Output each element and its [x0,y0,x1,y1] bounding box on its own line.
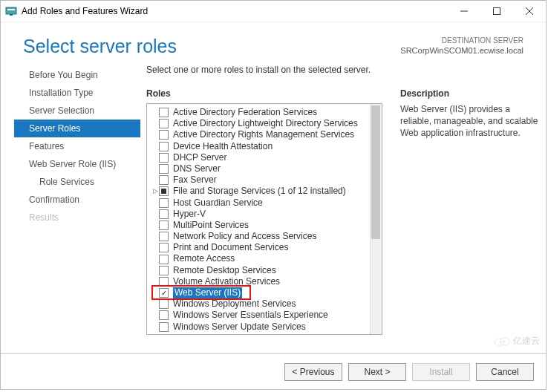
role-row[interactable]: Hyper-V [151,209,370,220]
sidebar-item-server-selection[interactable]: Server Selection [14,102,140,120]
role-checkbox[interactable] [159,266,169,275]
sidebar-item-before-you-begin[interactable]: Before You Begin [14,66,140,84]
role-row[interactable]: Active Directory Rights Management Servi… [151,129,370,140]
role-checkbox[interactable] [159,130,169,140]
watermark-text: 亿速云 [513,335,540,347]
role-row[interactable]: Windows Server Essentials Experience [151,310,370,321]
role-label: Active Directory Federation Services [173,107,317,118]
sidebar-item-installation-type[interactable]: Installation Type [14,84,140,102]
role-row[interactable]: Remote Desktop Services [151,265,370,276]
wizard-footer: < Previous Next > Install Cancel [1,353,546,389]
role-row[interactable]: MultiPoint Services [151,220,370,231]
role-label: DNS Server [173,163,221,174]
roles-scrollbar[interactable] [370,104,382,334]
sidebar-item-features[interactable]: Features [14,137,140,155]
role-label: Print and Document Services [173,242,288,253]
role-checkbox[interactable] [159,255,169,264]
role-checkbox[interactable] [159,108,169,117]
role-checkbox[interactable] [159,299,169,309]
svg-point-7 [495,339,503,346]
roles-label: Roles [146,88,382,99]
role-label: DHCP Server [173,152,226,163]
previous-button[interactable]: < Previous [284,363,342,381]
role-label: File and Storage Services (1 of 12 insta… [173,186,346,197]
role-checkbox[interactable] [159,175,169,185]
next-button[interactable]: Next > [348,363,406,381]
role-label: MultiPoint Services [173,220,249,231]
description-text: Web Server (IIS) provides a reliable, ma… [400,103,538,140]
role-row[interactable]: Web Server (IIS) [151,287,370,298]
titlebar: Add Roles and Features Wizard [1,1,546,22]
page-title: Select server roles [23,36,400,57]
role-label: Active Directory Rights Management Servi… [173,129,354,140]
server-manager-icon [5,5,17,17]
role-checkbox[interactable] [159,232,169,241]
sidebar-item-results: Results [14,209,140,226]
header: Select server roles DESTINATION SERVER S… [1,22,546,65]
minimize-button[interactable] [448,1,480,22]
role-row[interactable]: Device Health Attestation [151,141,370,152]
role-row[interactable]: DNS Server [151,163,370,174]
install-button: Install [412,363,470,381]
role-checkbox[interactable] [159,310,169,320]
svg-rect-1 [7,9,15,10]
cancel-button[interactable]: Cancel [476,363,534,381]
roles-scroll-thumb[interactable] [371,105,380,239]
role-row[interactable]: DHCP Server [151,152,370,163]
role-checkbox[interactable] [159,153,169,163]
role-checkbox[interactable] [159,243,169,252]
svg-rect-4 [494,8,500,15]
role-row[interactable]: Windows Server Update Services [151,321,370,333]
role-label: Host Guardian Service [173,197,263,209]
role-label: Hyper-V [173,209,206,220]
instruction-text: Select one or more roles to install on t… [146,65,538,75]
close-button[interactable] [513,1,546,22]
sidebar-item-server-roles[interactable]: Server Roles [14,120,140,137]
role-checkbox[interactable] [159,119,169,128]
role-checkbox[interactable] [159,198,169,208]
role-label: Remote Access [173,253,235,264]
role-row[interactable]: Volume Activation Services [151,276,370,287]
role-row[interactable]: Active Directory Federation Services [151,107,370,118]
role-label: Device Health Attestation [173,141,273,152]
svg-rect-2 [10,14,13,16]
expand-caret-icon[interactable]: ▷ [151,186,159,197]
role-row[interactable]: Host Guardian Service [151,197,370,209]
sidebar-item-role-services[interactable]: Role Services [14,173,140,191]
role-label: Windows Server Essentials Experience [173,310,328,321]
role-row[interactable]: Fax Server [151,174,370,186]
window-title: Add Roles and Features Wizard [22,6,448,16]
roles-listbox[interactable]: Active Directory Federation ServicesActi… [146,103,382,335]
role-label: Windows Deployment Services [173,298,296,310]
role-row[interactable]: ▷File and Storage Services (1 of 12 inst… [151,186,370,197]
role-checkbox[interactable] [159,322,169,332]
role-label: Active Directory Lightweight Directory S… [173,118,358,129]
role-row[interactable]: Remote Access [151,253,370,264]
content-area: Before You Begin Installation Type Serve… [1,65,546,335]
role-label: Fax Server [173,174,217,186]
sidebar-item-confirmation[interactable]: Confirmation [14,191,140,209]
role-checkbox[interactable] [159,209,169,219]
role-checkbox[interactable] [159,288,169,298]
role-checkbox[interactable] [159,277,169,287]
role-row[interactable]: Windows Deployment Services [151,298,370,310]
role-label: Volume Activation Services [173,276,280,287]
window-controls [448,1,546,22]
role-label: Remote Desktop Services [173,265,276,276]
role-label: Network Policy and Access Services [173,231,316,242]
wizard-window: Add Roles and Features Wizard Select ser… [0,0,547,390]
main-panel: Select one or more roles to install on t… [140,65,538,335]
role-row[interactable]: Network Policy and Access Services [151,231,370,242]
role-checkbox[interactable] [159,220,169,230]
destination-label: DESTINATION SERVER [400,36,523,45]
sidebar-item-web-server-role[interactable]: Web Server Role (IIS) [14,155,140,173]
role-row[interactable]: Active Directory Lightweight Directory S… [151,118,370,129]
role-label: Windows Server Update Services [173,321,306,333]
role-checkbox[interactable] [159,186,169,196]
role-checkbox[interactable] [159,142,169,151]
watermark: 亿速云 [494,335,540,347]
role-row[interactable]: Print and Document Services [151,242,370,253]
svg-point-10 [503,340,506,342]
maximize-button[interactable] [480,1,513,22]
role-checkbox[interactable] [159,164,169,174]
